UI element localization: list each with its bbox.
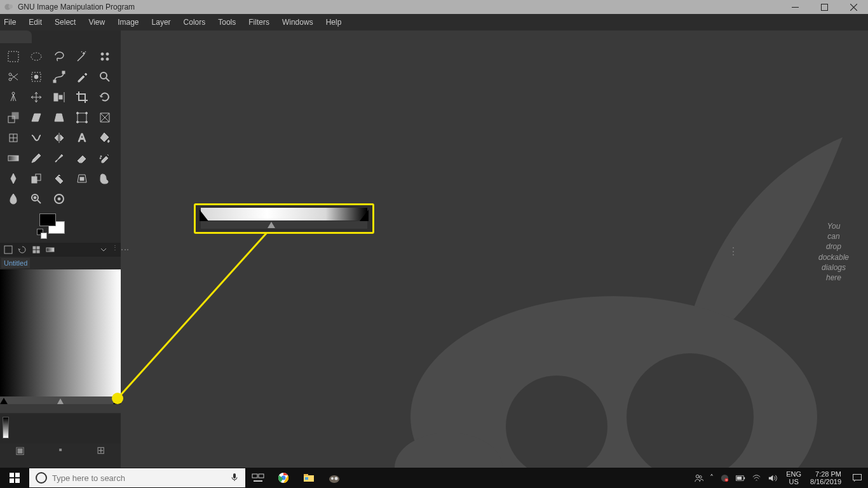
tool-gradient[interactable] — [3, 149, 24, 168]
tool-clone[interactable] — [25, 169, 47, 188]
gradient-zoom-icon[interactable]: ⊞ — [97, 446, 104, 454]
svg-point-30 — [100, 156, 102, 157]
tool-dodge[interactable] — [25, 189, 47, 208]
gradient-midpoint-handle[interactable] — [57, 398, 64, 404]
menu-edit[interactable]: Edit — [22, 15, 48, 30]
tab-menu-icon[interactable] — [98, 244, 109, 255]
start-button[interactable] — [0, 468, 29, 488]
svg-point-5 — [31, 53, 41, 60]
tool-pencil[interactable] — [25, 149, 47, 168]
tool-align[interactable] — [48, 88, 70, 107]
svg-rect-53 — [233, 473, 236, 478]
battery-icon[interactable] — [736, 473, 745, 483]
menu-windows[interactable]: Windows — [276, 15, 320, 30]
security-icon[interactable] — [720, 473, 729, 483]
menu-tools[interactable]: Tools — [212, 15, 242, 30]
foreground-color-swatch[interactable] — [39, 214, 56, 226]
tool-rotate[interactable] — [94, 88, 116, 107]
tool-magic-wand[interactable] — [71, 47, 93, 66]
gradient-segment-row[interactable] — [0, 404, 121, 413]
tool-cage[interactable] — [94, 108, 116, 127]
dock-drag-handle[interactable]: ⋮ — [112, 244, 118, 255]
menu-file[interactable]: File — [0, 15, 22, 30]
tool-perspective-clone[interactable] — [71, 169, 93, 188]
tool-ellipse-select[interactable] — [25, 47, 47, 66]
tool-foreground-select[interactable] — [25, 67, 47, 86]
color-swatches[interactable] — [36, 214, 74, 241]
swap-colors-icon[interactable] — [41, 233, 47, 239]
tool-color-picker[interactable] — [71, 67, 93, 86]
tab-tool-options-icon[interactable] — [3, 244, 14, 255]
gradient-save-icon[interactable]: ▣ — [17, 446, 24, 454]
tool-rect-select[interactable] — [3, 47, 24, 66]
tool-warp[interactable] — [25, 128, 47, 147]
gradient-info-row — [0, 414, 121, 444]
tab-undo-history-icon[interactable] — [17, 244, 28, 255]
taskbar-app-gimp[interactable] — [322, 468, 347, 488]
system-tray[interactable]: ˄ — [689, 473, 782, 483]
wifi-icon[interactable] — [752, 473, 761, 483]
tool-perspective[interactable] — [48, 108, 70, 127]
svg-rect-41 — [33, 250, 36, 253]
search-input[interactable] — [52, 473, 225, 483]
svg-rect-38 — [4, 246, 12, 254]
tab-brushes-icon[interactable] — [31, 244, 42, 255]
maximize-button[interactable] — [810, 0, 839, 14]
toolbox-tab[interactable] — [0, 30, 32, 43]
tool-scissors[interactable] — [3, 67, 24, 86]
tool-handle-transform[interactable] — [3, 128, 24, 147]
menu-help[interactable]: Help — [320, 15, 348, 30]
tool-smudge[interactable] — [94, 169, 116, 188]
menu-view[interactable]: View — [82, 15, 111, 30]
tool-zoom[interactable] — [94, 67, 116, 86]
tool-lasso[interactable] — [48, 47, 70, 66]
menu-layer[interactable]: Layer — [146, 15, 177, 30]
tool-bucket[interactable] — [94, 128, 116, 147]
tool-color[interactable] — [48, 189, 70, 208]
tool-heal[interactable] — [48, 169, 70, 188]
taskbar-app-chrome[interactable] — [271, 468, 296, 488]
dock-drag-handle-left[interactable]: ⋮ — [121, 245, 130, 254]
lang-top: ENG — [786, 470, 801, 478]
tool-scale[interactable] — [3, 108, 24, 127]
tool-crop[interactable] — [71, 88, 93, 107]
menu-image[interactable]: Image — [111, 15, 145, 30]
taskbar-clock[interactable]: 7:28 PM 8/16/2019 — [805, 470, 846, 485]
tool-by-color-select[interactable] — [94, 47, 116, 66]
gradient-revert-icon[interactable]: ▪ — [57, 446, 64, 454]
volume-icon[interactable] — [768, 473, 777, 483]
tool-text[interactable] — [71, 128, 93, 147]
tool-move[interactable] — [25, 88, 47, 107]
taskbar-app-file-explorer[interactable] — [296, 468, 322, 488]
gradient-preview[interactable] — [0, 269, 121, 396]
taskbar-search[interactable] — [29, 468, 245, 487]
gradient-name-field[interactable]: Untitled — [1, 258, 30, 268]
tray-chevron-up-icon[interactable]: ˄ — [710, 473, 714, 482]
tool-paths[interactable] — [48, 67, 70, 86]
menu-colors[interactable]: Colors — [177, 15, 212, 30]
menu-select[interactable]: Select — [48, 15, 82, 30]
gradient-stop-track[interactable] — [0, 396, 121, 404]
language-indicator[interactable]: ENG US — [782, 470, 805, 485]
action-center-button[interactable] — [846, 473, 868, 483]
mic-icon[interactable] — [230, 473, 239, 484]
tool-flip[interactable] — [48, 128, 70, 147]
tool-eraser[interactable] — [71, 149, 93, 168]
menu-filters[interactable]: Filters — [242, 15, 276, 30]
dock-drag-handle-right[interactable]: ⋮ — [728, 245, 738, 257]
minimize-button[interactable] — [780, 0, 810, 14]
svg-point-7 — [106, 53, 109, 55]
tool-airbrush[interactable] — [94, 149, 116, 168]
window-title: GNU Image Manipulation Program — [18, 3, 135, 11]
tool-shear[interactable] — [25, 108, 47, 127]
tool-measure[interactable] — [3, 88, 24, 107]
tool-ink[interactable] — [3, 169, 24, 188]
tool-paintbrush[interactable] — [48, 149, 70, 168]
people-icon[interactable] — [694, 473, 703, 483]
tool-blur[interactable] — [3, 189, 24, 208]
gradient-stop-left[interactable] — [0, 398, 8, 404]
tool-unified-transform[interactable] — [71, 108, 93, 127]
tab-gradients-icon[interactable] — [44, 244, 56, 255]
close-button[interactable] — [839, 0, 868, 14]
task-view-button[interactable] — [245, 468, 271, 488]
